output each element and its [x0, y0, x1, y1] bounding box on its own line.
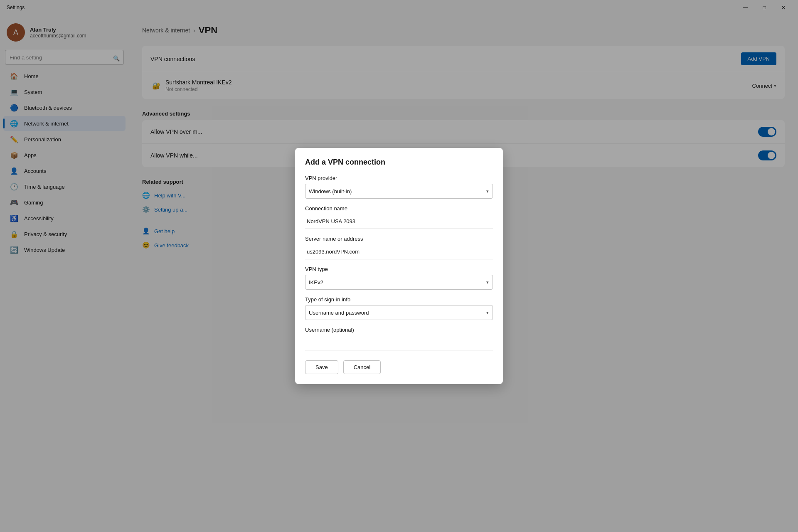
save-button[interactable]: Save [305, 360, 338, 374]
sign-in-select-wrap: Username and password Certificate Smart … [305, 305, 493, 320]
vpn-type-select-wrap: IKEv2 L2TP/IPsec PPTP SSTP ▾ [305, 275, 493, 290]
server-name-input[interactable] [305, 244, 493, 259]
server-name-field: Server name or address [305, 236, 493, 259]
connection-name-field: Connection name [305, 205, 493, 229]
connection-name-input[interactable] [305, 214, 493, 229]
add-vpn-dialog: Add a VPN connection VPN provider Window… [295, 148, 503, 384]
sign-in-field: Type of sign-in info Username and passwo… [305, 296, 493, 320]
vpn-type-select[interactable]: IKEv2 L2TP/IPsec PPTP SSTP [305, 275, 493, 290]
vpn-provider-label: VPN provider [305, 175, 493, 181]
dialog-title: Add a VPN connection [305, 158, 493, 167]
vpn-provider-select[interactable]: Windows (built-in) [305, 184, 493, 199]
username-input[interactable] [305, 335, 493, 350]
connection-name-label: Connection name [305, 205, 493, 212]
vpn-type-field: VPN type IKEv2 L2TP/IPsec PPTP SSTP ▾ [305, 266, 493, 290]
cancel-button[interactable]: Cancel [343, 360, 381, 374]
username-label: Username (optional) [305, 327, 493, 333]
username-field: Username (optional) [305, 327, 493, 350]
sign-in-label: Type of sign-in info [305, 296, 493, 303]
vpn-type-label: VPN type [305, 266, 493, 272]
dialog-actions: Save Cancel [305, 360, 493, 374]
dialog-overlay: Add a VPN connection VPN provider Window… [0, 0, 798, 532]
vpn-provider-field: VPN provider Windows (built-in) ▾ [305, 175, 493, 199]
vpn-provider-select-wrap: Windows (built-in) ▾ [305, 184, 493, 199]
server-name-label: Server name or address [305, 236, 493, 242]
sign-in-select[interactable]: Username and password Certificate Smart … [305, 305, 493, 320]
